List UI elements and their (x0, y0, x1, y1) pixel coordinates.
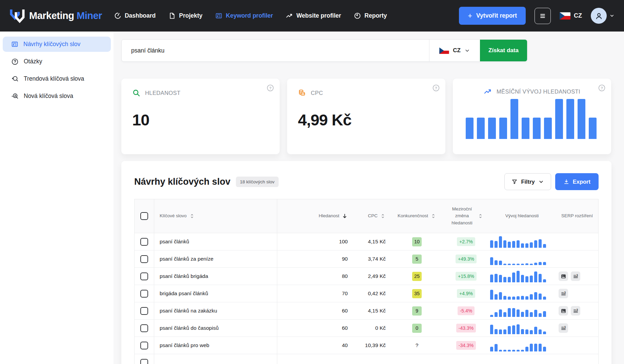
column-header-zmena[interactable]: Meziroční změna hledanosti (444, 199, 488, 233)
help-icon[interactable]: ? (598, 84, 606, 92)
export-button[interactable]: Export (555, 173, 599, 190)
cpc-cell: 0 Kč (352, 320, 390, 337)
sparkline-bar (490, 325, 493, 334)
get-data-button[interactable]: Získat data (480, 40, 527, 61)
nav-item-label: Dashboard (125, 12, 156, 19)
konkurencnost-cell: 35 (390, 285, 444, 302)
serp-image-icon[interactable] (559, 306, 568, 316)
sparkline-bar (525, 310, 528, 317)
keyword-count-badge: 18 klíčových slov (236, 177, 279, 187)
sparkline-bar (503, 312, 506, 317)
konkurencnost-badge: 0 (412, 324, 422, 333)
cpc-cell-value: 3,74 Kč (368, 256, 386, 262)
keyword-cell-value: psaní článků pro web (160, 342, 209, 348)
nav-item-keyword-profiler[interactable]: Keyword profiler (215, 12, 273, 19)
sidebar-item-nova-klicova-slova[interactable]: Nová klíčová slova (3, 88, 111, 104)
row-checkbox[interactable] (140, 359, 148, 364)
sidebar: Návrhy klíčových slovOtázkyTrendová klíč… (0, 32, 114, 364)
coins-icon (298, 89, 306, 97)
trend-sparkline (490, 322, 546, 334)
sparkline-bar (543, 262, 546, 265)
card-monthly-trend: MĚSÍČNÍ VÝVOJ HLEDANOSTI ? (453, 79, 611, 154)
table-header-bar: Návrhy klíčových slov 18 klíčových slov … (121, 161, 611, 199)
sparkline-bar (495, 260, 498, 265)
download-icon (563, 179, 569, 185)
serp-image-icon[interactable] (559, 271, 568, 281)
sparkline-bar (521, 264, 524, 265)
sparkline-bar (503, 277, 506, 282)
search-chart-icon (11, 93, 19, 100)
navbar-right: + Vytvořit report CZ (459, 7, 615, 25)
sparkline-bar (512, 241, 515, 248)
select-all-checkbox[interactable] (140, 212, 148, 220)
create-report-button[interactable]: + Vytvořit report (459, 7, 526, 25)
sidebar-item-trendova-klicova-slova[interactable]: Trendová klíčová slova (3, 71, 111, 86)
filters-button[interactable]: Filtry (504, 173, 551, 190)
row-checkbox[interactable] (140, 272, 148, 280)
sidebar-item-navrhy-klicovych-slov[interactable]: Návrhy klíčových slov (3, 37, 111, 52)
cz-flag-icon (439, 47, 449, 54)
chart-bar (510, 99, 518, 139)
row-checkbox[interactable] (140, 307, 148, 315)
nav-item-dashboard[interactable]: Dashboard (114, 12, 156, 19)
sparkline-bar (508, 350, 511, 351)
row-checkbox[interactable] (140, 255, 148, 263)
create-report-label: Vytvořit report (476, 12, 517, 19)
sparkline-bar (525, 329, 528, 334)
hledanost-cell: 70 (277, 285, 352, 302)
filters-label: Filtry (521, 179, 535, 185)
column-header-keyword[interactable]: Klíčové slovo (154, 199, 277, 233)
column-header-hledanost[interactable]: Hledanost (277, 199, 352, 233)
question-circle-icon (11, 58, 19, 65)
cpc-cell: 4,15 Kč (352, 302, 390, 319)
yoy-change-cell: -34.3% (444, 337, 488, 354)
serp-ad-icon[interactable]: $ (571, 306, 580, 316)
konkurencnost-badge: 10 (412, 237, 422, 246)
sparkline-bar (534, 271, 537, 282)
svg-text:?: ? (269, 86, 271, 90)
svg-text:$: $ (564, 291, 566, 294)
search-plus-icon (11, 75, 19, 83)
yoy-change-badge: +2.7% (457, 237, 475, 246)
sparkline-bar (543, 347, 546, 351)
country-select[interactable]: CZ (429, 40, 480, 61)
chart-bar (499, 118, 507, 139)
trend-sparkline-cell (488, 337, 556, 354)
language-selector[interactable]: CZ (560, 12, 582, 20)
trend-sparkline (490, 287, 546, 300)
row-checkbox[interactable] (140, 324, 148, 332)
sparkline-bar (530, 242, 533, 248)
help-icon[interactable]: ? (432, 84, 440, 92)
sparkline-bar (499, 275, 502, 282)
apps-menu-button[interactable] (535, 8, 551, 24)
nav-item-website-profiler[interactable]: Website profiler (286, 12, 341, 19)
nav-item-label: Projekty (179, 12, 202, 19)
sidebar-item-otazky[interactable]: Otázky (3, 54, 111, 69)
serp-ad-icon[interactable]: $ (571, 271, 580, 281)
serp-ad-icon[interactable]: $ (559, 289, 568, 298)
sparkline-bar (534, 327, 537, 334)
sparkline-bar (495, 294, 498, 300)
column-header-cpc[interactable]: CPC (352, 199, 390, 233)
cpc-cell: 3,74 Kč (352, 250, 390, 267)
help-icon[interactable]: ? (266, 84, 274, 92)
serp-ad-icon[interactable]: $ (559, 323, 568, 333)
nav-item-reporty[interactable]: Reporty (354, 12, 387, 19)
user-menu[interactable] (591, 8, 615, 24)
sparkline-bar (530, 344, 533, 351)
sort-icon (380, 213, 386, 219)
sparkline-bar (539, 239, 542, 248)
nav-item-projekty[interactable]: Projekty (168, 12, 202, 19)
row-checkbox[interactable] (140, 342, 148, 349)
brand-logo[interactable]: Marketing Miner (9, 9, 102, 23)
yoy-change-cell: -5.4% (444, 302, 488, 319)
sparkline-bar (490, 347, 493, 351)
sparkline-bar (490, 257, 493, 265)
hledanost-cell-value: 60 (342, 308, 348, 314)
row-checkbox[interactable] (140, 238, 148, 246)
column-header-konkurencnost[interactable]: Konkurenčnost (390, 199, 444, 233)
keyword-search-input[interactable] (122, 40, 429, 61)
reports-icon (354, 12, 361, 19)
sparkline-bar (539, 313, 542, 317)
row-checkbox[interactable] (140, 290, 148, 298)
